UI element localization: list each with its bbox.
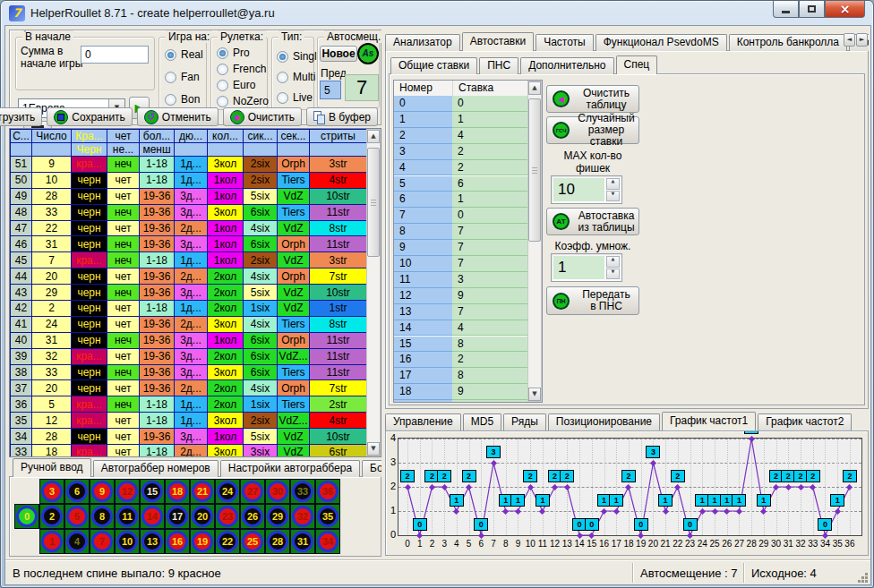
bets-row[interactable]: 32 — [394, 144, 527, 160]
autoshift-as-button[interactable]: As — [357, 43, 379, 64]
spin-down-icon[interactable]: ▼ — [606, 268, 620, 280]
send-to-pns-button[interactable]: ПН Передатьв ПНС — [546, 286, 639, 315]
bottom-tab-Управление[interactable]: Управление — [385, 413, 461, 430]
random-bet-button[interactable]: ГСЧ Случайныйразмер ставки — [546, 116, 639, 144]
bets-row[interactable]: 56 — [394, 176, 527, 192]
number-cell-29[interactable]: 29 — [265, 504, 290, 529]
bets-row[interactable]: 193 — [394, 400, 527, 402]
number-cell-7[interactable]: 7 — [90, 529, 115, 554]
number-cell-20[interactable]: 20 — [190, 504, 215, 529]
spins-row[interactable]: 3512кра...чет1-181д...3кол2sixVdZ...4str — [11, 413, 367, 429]
number-cell-1[interactable]: 1 — [39, 529, 64, 554]
number-cell-10[interactable]: 10 — [115, 529, 140, 554]
bets-row[interactable]: 70 — [394, 208, 527, 224]
undo-button[interactable]: Отменить — [137, 107, 218, 126]
spins-row[interactable]: 4329черннеч19-363д...2кол5sixVdZ10str — [11, 285, 367, 301]
start-sum-input[interactable]: 0 — [81, 46, 149, 64]
number-cell-12[interactable]: 12 — [115, 479, 140, 504]
radio-NoZero[interactable]: NoZero — [217, 95, 269, 107]
bets-row[interactable]: 129 — [394, 288, 527, 304]
spins-row[interactable]: 3428чернчет19-363д...1кол5sixVdZ10str — [11, 429, 367, 445]
number-cell-23[interactable]: 23 — [215, 504, 240, 529]
bets-row[interactable]: 87 — [394, 224, 527, 240]
spins-row[interactable]: 422чернчет1-181д...2кол1sixVdZ1str — [11, 301, 367, 317]
bets-row[interactable]: 42 — [394, 160, 527, 176]
close-button[interactable]: × — [825, 1, 865, 18]
bottom-tab-График частот1[interactable]: График частот1 — [662, 412, 756, 430]
minimize-button[interactable] — [773, 1, 799, 18]
number-cell-5[interactable]: 5 — [64, 504, 90, 529]
bets-row[interactable]: 144 — [394, 320, 527, 337]
number-cell-24[interactable]: 24 — [215, 479, 240, 504]
number-cell-22[interactable]: 22 — [215, 529, 240, 554]
number-cell-28[interactable]: 28 — [265, 529, 290, 554]
bets-row[interactable]: 11 — [394, 112, 527, 128]
load-button[interactable]: Загрузить — [0, 107, 42, 126]
resize-grip[interactable] — [865, 580, 868, 583]
radio-Real[interactable]: Real — [165, 48, 203, 61]
sub-tab-Спец[interactable]: Спец — [616, 55, 658, 74]
radio-Fan[interactable]: Fan — [165, 71, 203, 83]
save-button[interactable]: Сохранить — [47, 107, 133, 126]
number-cell-18[interactable]: 18 — [165, 479, 190, 504]
bets-scrollbar[interactable]: ▲ ▼ — [527, 81, 542, 402]
radio-Singl[interactable]: Singl — [277, 50, 317, 63]
number-cell-11[interactable]: 11 — [115, 504, 140, 529]
spins-row[interactable]: 3720чернчет19-362д...2кол4sixOrph7str — [11, 380, 367, 396]
spins-scrollbar[interactable]: ▲ ▼ — [366, 129, 381, 456]
number-cell-9[interactable]: 9 — [90, 479, 115, 504]
number-cell-15[interactable]: 15 — [140, 479, 165, 504]
clear-table-button[interactable]: ◀ Очиститьтаблицу — [546, 85, 639, 113]
number-cell-8[interactable]: 8 — [90, 504, 115, 529]
main-tab-Контроль банкролла[interactable]: Контроль банкролла — [729, 34, 847, 51]
buffer-button[interactable]: В буфер — [306, 107, 378, 126]
bottom-tab-MD5[interactable]: MD5 — [463, 413, 501, 430]
main-tab-Анализатор[interactable]: Анализатор — [385, 34, 460, 51]
main-tab-Автоставки[interactable]: Автоставки — [462, 32, 535, 51]
number-cell-3[interactable]: 3 — [39, 479, 64, 504]
radio-Multi[interactable]: Multi — [277, 71, 317, 83]
spins-row[interactable]: 457кра...неч1-181д...1кол2sixVdZ3str — [11, 252, 367, 268]
sub-tab-ПНС[interactable]: ПНС — [479, 57, 518, 74]
tab-scroll-left-icon[interactable]: ◄ — [844, 33, 855, 47]
sub-tab-Общие ставки[interactable]: Общие ставки — [390, 57, 477, 74]
spins-row[interactable]: 4833черннеч19-363д...3кол6sixTiers11str — [11, 204, 367, 220]
tab-scroll-right-icon[interactable]: ► — [856, 33, 868, 47]
autobet-button[interactable]: АТ Автоставкаиз таблицы — [546, 208, 639, 235]
number-cell-33[interactable]: 33 — [290, 479, 315, 504]
main-tab-Функционал PsevdoMS[interactable]: Функционал PsevdoMS — [596, 34, 727, 51]
bets-scroll-thumb[interactable] — [528, 98, 541, 242]
multiplier-value[interactable]: 1 — [553, 256, 604, 279]
input-tab-Ручной ввод[interactable]: Ручной ввод — [13, 458, 91, 477]
input-tab-Бот[interactable]: Бот — [362, 460, 381, 477]
number-cell-25[interactable]: 25 — [240, 529, 265, 554]
number-cell-17[interactable]: 17 — [165, 504, 190, 529]
bets-row[interactable]: 107 — [394, 256, 527, 272]
main-tab-Частоты[interactable]: Частоты — [536, 34, 594, 51]
spins-row[interactable]: 5010чернчет1-181д...1кол2sixTiers4str — [11, 172, 367, 188]
clear-button[interactable]: Очистить — [223, 107, 302, 126]
bets-row[interactable]: 61 — [394, 192, 527, 208]
scroll-down-icon[interactable]: ▼ — [367, 442, 380, 456]
number-cell-14[interactable]: 14 — [140, 504, 165, 529]
spins-scroll-thumb[interactable] — [367, 148, 380, 257]
bets-row[interactable]: 00 — [394, 96, 527, 112]
radio-Pro[interactable]: Pro — [217, 47, 269, 59]
bottom-tab-Ряды[interactable]: Ряды — [503, 413, 546, 430]
number-cell-36[interactable]: 36 — [315, 479, 340, 504]
radio-Euro[interactable]: Euro — [217, 79, 269, 91]
spins-row[interactable]: 4031черннеч19-363д...1кол6sixOrph11str — [11, 332, 367, 348]
new-button[interactable]: Новое — [320, 46, 357, 62]
radio-Bon[interactable]: Bon — [165, 93, 203, 106]
spins-row[interactable]: 519кра...неч1-181д...3кол2sixOrph3str — [11, 157, 367, 173]
scroll-up-icon[interactable]: ▲ — [367, 130, 380, 143]
spins-row[interactable]: 4420чернчет19-362д...2кол4sixOrph7str — [11, 268, 367, 285]
spins-row[interactable]: 3932кра...чет19-363д...2кол6sixVdZ...11s… — [11, 348, 367, 364]
number-cell-26[interactable]: 26 — [240, 504, 265, 529]
radio-French[interactable]: French — [217, 63, 269, 75]
bets-row[interactable]: 189 — [394, 384, 527, 400]
bets-row[interactable]: 158 — [394, 337, 527, 353]
number-cell-6[interactable]: 6 — [64, 479, 90, 504]
number-cell-21[interactable]: 21 — [190, 479, 215, 504]
max-chips-value[interactable]: 10 — [553, 178, 604, 201]
